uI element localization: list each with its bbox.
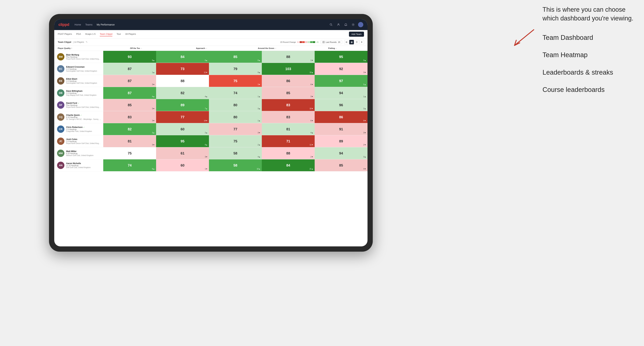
player-details: Blair McHargPlus HandicapRoyal North Dev… [66, 54, 101, 60]
grid-view-button[interactable]: ⊞ [344, 40, 349, 44]
stat-cell-putting: 91 3▼ [315, 123, 368, 135]
stat-cell-player-quality: 83 3▼ [103, 111, 156, 123]
approach-header: Approach — [169, 47, 234, 49]
stat-value: 88 [286, 55, 290, 59]
annotation-item: Team Dashboard [542, 33, 634, 42]
stat-value: 58 [234, 151, 237, 155]
player-row[interactable]: CQCharlie Quick✓6-10 HandicapSt. George'… [54, 111, 368, 123]
user-avatar[interactable] [358, 22, 363, 27]
stat-cell-player-quality: 74 8▲ [103, 159, 156, 171]
player-row[interactable]: DBDave Billingham1-5 HandicapGog Magog G… [54, 87, 368, 99]
secondary-navigation: PGAT Players PGA Hcaps 1-5 Team Clippd T… [54, 30, 368, 38]
stat-change: 9▲ [258, 71, 260, 73]
stat-cell-approach: 58 4▲ [209, 147, 262, 159]
tab-team-clippd[interactable]: Team Clippd [100, 32, 112, 36]
card-view-button[interactable]: ☰ [354, 40, 359, 44]
settings-icon[interactable] [351, 22, 356, 27]
player-quality-header: Player Quality ▾ [54, 47, 103, 49]
player-club: Sunningdale Golf Club, United Kingdom [66, 82, 101, 84]
stat-value: 87 [128, 91, 132, 95]
tab-all-players[interactable]: All Players [125, 32, 136, 36]
nav-teams[interactable]: Teams [85, 22, 93, 27]
stat-cell-around-green: 71 11▼ [262, 135, 315, 147]
player-row[interactable]: EEElliot Ebert1-5 HandicapSunningdale Go… [54, 75, 368, 87]
stat-cells: 85 3▼89 7▲80 3▲83 10▼96 3▲ [103, 99, 368, 111]
player-info: BMBlair McHargPlus HandicapRoyal North D… [54, 51, 103, 63]
svg-point-3 [353, 24, 354, 25]
player-row[interactable]: ECEdward Crossman1-5 HandicapSunningdale… [54, 63, 368, 75]
stat-cell-around-green: 86 6▼ [262, 75, 315, 87]
stat-value: 83 [286, 115, 290, 119]
player-handicap: Plus Handicap [66, 104, 101, 106]
add-team-button[interactable]: Add Team [349, 32, 364, 37]
search-icon[interactable] [329, 22, 334, 27]
player-details: Elliot Ebert1-5 HandicapSunningdale Golf… [66, 78, 101, 84]
notifications-icon[interactable] [343, 22, 348, 27]
stat-change: 6▼ [310, 84, 313, 85]
heatmap-view-button[interactable]: ▦ [349, 40, 354, 44]
stat-value: 87 [128, 79, 132, 83]
player-row[interactable]: DFDavid Ford✓Plus HandicapRoyal North De… [54, 99, 368, 111]
player-info: EEElliot Ebert1-5 HandicapSunningdale Go… [54, 75, 103, 87]
stat-value: 94 [339, 151, 343, 155]
last-rounds-selector[interactable]: Last Rounds: 20 [320, 40, 342, 44]
stat-change: 5▲ [364, 84, 366, 85]
more-options-button[interactable]: ⬇ [360, 40, 364, 44]
annotation-item: Leaderboards & streaks [542, 68, 634, 77]
stat-change: 1▲ [364, 96, 366, 98]
stat-cells: 87 1▲73 11▼79 9▲103 15▲92 3▼ [103, 63, 368, 75]
player-info: CQCharlie Quick✓6-10 HandicapSt. George'… [54, 111, 103, 123]
tab-tour[interactable]: Tour [116, 32, 121, 36]
stat-value: 86 [339, 115, 343, 119]
stat-value: 80 [234, 115, 237, 119]
stat-cell-approach: 80 3▲ [209, 99, 262, 111]
stat-change: 4▲ [152, 96, 155, 98]
stat-change: 9▲ [152, 59, 155, 61]
stat-change: 1▲ [152, 71, 155, 73]
player-club: Sunningdale Golf Club, United Kingdom [66, 70, 101, 72]
player-row[interactable]: ANAaron Nicholls11-15 HandicapDrift Golf… [54, 159, 368, 172]
tab-pgat[interactable]: PGAT Players [58, 32, 72, 36]
stat-cell-approach: 74 1▲ [209, 87, 262, 99]
stat-cells: 74 8▲60 1▼58 10▲84 21▲85 4▼ [103, 159, 368, 171]
nav-links: Home Teams My Performance [74, 22, 329, 27]
stat-value: 91 [339, 127, 343, 131]
player-handicap: 6-10 Handicap [66, 116, 101, 118]
last-rounds-label: Last Rounds: [326, 41, 337, 43]
stat-cell-off-tee: 77 14▼ [156, 111, 209, 123]
player-details: Chris Robertson✓1-5 HandicapCraigmillar … [66, 126, 101, 132]
profile-icon[interactable] [336, 22, 341, 27]
player-handicap: 1-5 Handicap [66, 80, 101, 82]
stat-value: 82 [180, 91, 184, 95]
player-row[interactable]: MMMatt Miller6-10 HandicapWoburn Golf Cl… [54, 147, 368, 159]
tab-pga[interactable]: PGA [76, 32, 81, 36]
player-row[interactable]: CRChris Robertson✓1-5 HandicapCraigmilla… [54, 123, 368, 135]
player-name: Josh Coles [66, 138, 77, 141]
player-info: MMMatt Miller6-10 HandicapWoburn Golf Cl… [54, 147, 103, 159]
nav-home[interactable]: Home [74, 22, 82, 27]
stat-cell-off-tee: 89 7▲ [156, 99, 209, 111]
player-handicap: 1-5 Handicap [66, 92, 101, 94]
red-arrow-icon [500, 28, 536, 49]
player-details: Dave Billingham1-5 HandicapGog Magog Gol… [66, 90, 101, 96]
tab-hcaps[interactable]: Hcaps 1-5 [85, 32, 96, 36]
svg-point-4 [352, 23, 354, 26]
stat-cell-around-green: 88 2▼ [262, 147, 315, 159]
stat-value: 82 [128, 127, 132, 131]
stat-change: 3▼ [152, 84, 155, 85]
stat-cell-around-green: 83 10▼ [262, 99, 315, 111]
player-row[interactable]: JCJosh Coles1-5 HandicapRoyal North Devo… [54, 135, 368, 147]
edit-team-icon[interactable]: ✎ [86, 41, 88, 43]
team-header-row: Team Clippd | 14 Players ✎ 20 Round Chan… [54, 38, 368, 46]
player-row[interactable]: BMBlair McHargPlus HandicapRoyal North D… [54, 51, 368, 63]
player-details: David Ford✓Plus HandicapRoyal North Devo… [66, 102, 101, 108]
stat-change: 6▼ [310, 120, 313, 122]
stat-cell-putting: 86 8▼ [315, 111, 368, 123]
stat-cell-around-green: 84 21▲ [262, 159, 315, 171]
nav-my-performance[interactable]: My Performance [96, 22, 115, 27]
stat-value: 58 [234, 163, 237, 168]
team-controls: 20 Round Change -5 +5 Last Rounds: [280, 40, 364, 44]
stat-change: 4▲ [205, 96, 208, 98]
player-handicap: Plus Handicap [66, 56, 101, 58]
stat-cell-player-quality: 87 4▲ [103, 87, 156, 99]
